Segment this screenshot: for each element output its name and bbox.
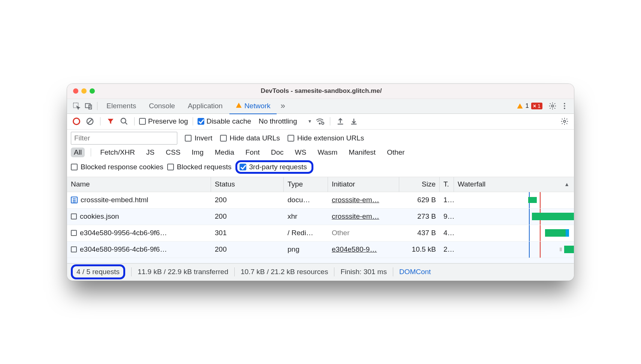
col-name[interactable]: Name (67, 177, 211, 192)
domcontent-link[interactable]: DOMCont (399, 268, 431, 276)
file-icon (71, 246, 77, 252)
file-icon (71, 213, 77, 219)
svg-point-3 (551, 105, 554, 107)
type-js[interactable]: JS (143, 148, 157, 157)
svg-point-9 (121, 118, 126, 123)
col-initiator[interactable]: Initiator (328, 177, 399, 192)
svg-point-6 (564, 108, 565, 109)
request-waterfall (454, 242, 574, 258)
svg-point-11 (319, 123, 320, 124)
request-size: 273 B (399, 212, 440, 221)
more-tabs-chevron-icon[interactable]: » (277, 100, 289, 112)
filter-icon[interactable] (105, 116, 116, 127)
window-title: DevTools - samesite-sandbox.glitch.me/ (95, 87, 574, 95)
type-fetch-xhr[interactable]: Fetch/XHR (97, 148, 138, 157)
search-icon[interactable] (118, 116, 130, 127)
network-toolbar: Preserve log Disable cache No throttling… (67, 114, 574, 130)
warning-icon (235, 102, 242, 110)
request-time: 4.. (440, 229, 454, 237)
inspect-icon[interactable] (71, 100, 82, 112)
network-conditions-icon[interactable] (314, 116, 325, 127)
type-manifest[interactable]: Manifest (346, 148, 379, 157)
request-initiator[interactable]: crosssite-em… (328, 212, 399, 221)
request-name: e304e580-9956-4cb6-9f6… (80, 245, 167, 254)
type-ws[interactable]: WS (292, 148, 310, 157)
blocked-cookies-checkbox[interactable] (71, 164, 78, 170)
request-name: crosssite-embed.html (81, 196, 148, 204)
document-icon (71, 197, 78, 203)
col-waterfall[interactable]: Waterfall ▲ (454, 177, 574, 192)
type-all[interactable]: All (71, 148, 85, 157)
request-time: 1.. (440, 196, 454, 204)
request-name: cookies.json (80, 212, 119, 221)
invert-label[interactable]: Invert (195, 134, 213, 142)
request-waterfall (454, 209, 574, 225)
disable-cache-label[interactable]: Disable cache (207, 117, 251, 125)
type-css[interactable]: CSS (163, 148, 183, 157)
panel-settings-icon[interactable] (559, 116, 570, 127)
clear-button[interactable] (84, 116, 96, 127)
table-row[interactable]: cookies.json 200 xhr crosssite-em… 273 B… (67, 209, 574, 225)
tab-application[interactable]: Application (182, 98, 229, 113)
request-initiator[interactable]: crosssite-em… (328, 196, 399, 204)
request-name: e304e580-9956-4cb6-9f6… (80, 229, 167, 237)
settings-icon[interactable] (547, 100, 558, 112)
col-size[interactable]: Size (399, 177, 440, 192)
request-size: 437 B (399, 229, 440, 237)
export-har-icon[interactable] (335, 116, 346, 127)
table-row[interactable]: e304e580-9956-4cb6-9f6… 200 png e304e580… (67, 242, 574, 258)
table-row[interactable]: e304e580-9956-4cb6-9f6… 301 / Redi… Othe… (67, 225, 574, 242)
kebab-menu-icon[interactable] (559, 100, 570, 112)
request-status: 301 (211, 229, 284, 237)
error-badge: ×1 (531, 103, 542, 109)
close-window[interactable] (73, 88, 78, 94)
svg-rect-1 (85, 104, 90, 108)
requests-count-highlight: 4 / 5 requests (71, 264, 125, 279)
window-controls (67, 88, 95, 94)
third-party-requests-checkbox[interactable] (240, 164, 246, 170)
tab-console[interactable]: Console (143, 98, 181, 113)
disable-cache-checkbox[interactable] (198, 118, 204, 125)
sort-ascending-icon: ▲ (564, 181, 569, 187)
requests-count: 4 / 5 requests (76, 268, 120, 276)
preserve-log-label[interactable]: Preserve log (148, 117, 188, 125)
table-row[interactable]: crosssite-embed.html 200 docu… crosssite… (67, 192, 574, 209)
titlebar: DevTools - samesite-sandbox.glitch.me/ (67, 84, 574, 99)
request-type: xhr (284, 212, 328, 221)
request-type: png (284, 245, 328, 254)
throttling-select[interactable]: No throttling ▼ (259, 117, 312, 125)
minimize-window[interactable] (81, 88, 87, 94)
type-media[interactable]: Media (212, 148, 237, 157)
col-type[interactable]: Type (284, 177, 328, 192)
filter-input[interactable] (71, 132, 177, 145)
type-img[interactable]: Img (189, 148, 207, 157)
device-toggle-icon[interactable] (83, 100, 94, 112)
request-initiator[interactable]: e304e580-9… (328, 245, 399, 254)
tab-network[interactable]: Network (229, 98, 277, 113)
type-font[interactable]: Font (243, 148, 263, 157)
hide-extension-urls-checkbox[interactable] (288, 135, 294, 142)
filter-area: Invert Hide data URLs Hide extension URL… (67, 130, 574, 177)
chevron-down-icon: ▼ (307, 119, 312, 124)
request-initiator: Other (328, 229, 399, 237)
zoom-window[interactable] (90, 88, 95, 94)
type-other[interactable]: Other (384, 148, 408, 157)
finish-time: Finish: 301 ms (340, 268, 387, 276)
invert-checkbox[interactable] (185, 135, 192, 142)
request-type: docu… (284, 196, 328, 204)
tab-elements[interactable]: Elements (100, 98, 142, 113)
col-time[interactable]: T. (440, 177, 454, 192)
issues-summary[interactable]: 1 ×1 (517, 102, 542, 110)
svg-point-12 (322, 122, 324, 124)
hide-data-urls-checkbox[interactable] (220, 135, 227, 142)
type-wasm[interactable]: Wasm (315, 148, 340, 157)
blocked-requests-checkbox[interactable] (167, 164, 174, 170)
transferred-size: 11.9 kB / 22.9 kB transferred (138, 268, 228, 276)
import-har-icon[interactable] (348, 116, 359, 127)
preserve-log-checkbox[interactable] (139, 118, 146, 125)
type-doc[interactable]: Doc (268, 148, 287, 157)
col-status[interactable]: Status (211, 177, 284, 192)
request-status: 200 (211, 212, 284, 221)
third-party-requests-highlight: 3rd-party requests (235, 160, 313, 174)
record-button[interactable] (71, 116, 82, 127)
